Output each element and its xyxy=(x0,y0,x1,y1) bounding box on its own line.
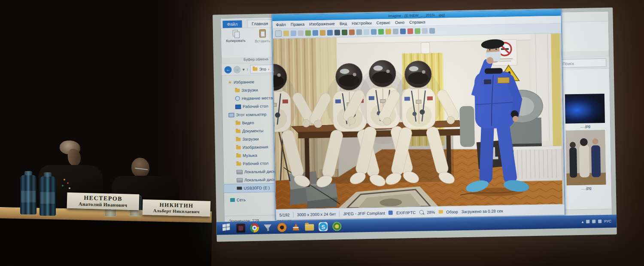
browse-icon xyxy=(438,210,443,214)
menu-image[interactable]: Изображение xyxy=(309,21,335,26)
tray-icon[interactable] xyxy=(592,220,595,223)
viewer-toolbar-icon[interactable] xyxy=(400,28,406,34)
photo-canvas[interactable] xyxy=(273,34,564,209)
orange-circle-app-icon[interactable] xyxy=(277,223,286,232)
tree-item-downloads[interactable]: Загрузки xyxy=(222,86,273,95)
back-button[interactable]: ← xyxy=(224,66,231,73)
viewer-toolbar-icon[interactable] xyxy=(415,28,420,34)
forward-button[interactable]: → xyxy=(233,66,240,73)
viewer-toolbar-icon[interactable] xyxy=(342,29,347,35)
folder-icon xyxy=(236,129,240,133)
tree-item-video[interactable]: Видео xyxy=(223,118,273,127)
menu-settings[interactable]: Настройки xyxy=(352,21,372,26)
copy-button[interactable]: Копировать xyxy=(224,30,248,58)
nameplate-nikitin: НИКИТИН Альберт Николаевич xyxy=(143,199,211,217)
image-viewer-window: Imagine - (E:\NEW_..._2015\....jpg) Файл… xyxy=(272,9,565,220)
tree-item-music[interactable]: Музыка xyxy=(223,151,274,160)
tray-icon[interactable] xyxy=(586,220,589,223)
viewer-toolbar-icon[interactable] xyxy=(356,29,362,35)
tray-expand-icon[interactable]: ▴ xyxy=(582,220,584,224)
viewer-toolbar-icon[interactable] xyxy=(327,30,333,35)
flower-app-icon[interactable] xyxy=(332,222,341,231)
file-name[interactable]: ….jpg xyxy=(567,186,606,192)
tree-item-documents[interactable]: Документы xyxy=(223,126,273,135)
file-thumbnail-photo[interactable] xyxy=(565,130,606,186)
funnel-app-icon[interactable] xyxy=(264,223,273,232)
tree-item-disk-c[interactable]: Локальный диск (C xyxy=(224,167,274,176)
medal xyxy=(69,187,70,189)
chrome-icon[interactable] xyxy=(250,223,259,232)
tree-item-favorites[interactable]: ★Избранное xyxy=(222,77,273,86)
tree-item-recent[interactable]: Недавние места xyxy=(222,94,273,103)
divider xyxy=(339,211,340,217)
menu-window[interactable]: Окно xyxy=(395,20,404,24)
image-index: 5/192 xyxy=(279,212,290,217)
disk-icon xyxy=(237,178,243,182)
disk-icon xyxy=(237,170,243,174)
paste-label: Вставить xyxy=(255,39,270,43)
paste-button[interactable]: Вставить xyxy=(250,29,275,57)
exif-label[interactable]: EXIF/IPTC xyxy=(396,210,416,215)
tree-item-usb-drive[interactable]: USB30FD (E:) xyxy=(224,183,274,193)
viewer-toolbar-icon[interactable] xyxy=(422,28,428,34)
start-button[interactable] xyxy=(222,223,231,232)
file-explorer-icon[interactable] xyxy=(305,224,314,230)
viewer-toolbar-icon[interactable] xyxy=(429,28,435,34)
folder-icon xyxy=(236,146,241,149)
viewer-toolbar-icon[interactable] xyxy=(313,30,318,36)
viewer-toolbar-icon[interactable] xyxy=(291,31,296,36)
folder-icon xyxy=(237,162,241,165)
tree-item-network[interactable]: Сеть xyxy=(224,195,275,204)
viewer-toolbar-icon[interactable] xyxy=(320,30,325,35)
viewer-toolbar-icon[interactable] xyxy=(378,29,384,34)
divider xyxy=(293,212,293,217)
tree-item-disk-d[interactable]: Локальный диск (D xyxy=(224,175,274,184)
tree-item-this-pc[interactable]: Этот компьютер xyxy=(222,110,273,119)
copy-icon xyxy=(232,30,239,37)
water-bottle xyxy=(20,175,36,214)
menu-view[interactable]: Вид xyxy=(340,21,347,26)
zoom-level[interactable]: 28% xyxy=(427,210,435,214)
tab-file[interactable]: Файл xyxy=(222,20,242,28)
vlc-cone-icon[interactable] xyxy=(291,222,300,231)
tree-item-downloads-2[interactable]: Загрузки xyxy=(223,135,273,144)
viewer-toolbar-icon[interactable] xyxy=(298,30,304,36)
up-button[interactable]: ↑ xyxy=(246,67,249,72)
thumbnail-column: ….jpg ….jpg xyxy=(565,94,606,192)
explorer-tree: ★Избранное Загрузки Недавние места Рабоч… xyxy=(222,75,275,216)
viewer-toolbar-icon[interactable] xyxy=(393,28,398,34)
star-icon: ★ xyxy=(228,80,232,84)
viewer-toolbar-icon[interactable] xyxy=(386,28,391,34)
viewer-toolbar-icon[interactable] xyxy=(407,28,413,34)
viewer-toolbar-icon[interactable] xyxy=(371,29,377,34)
viewer-toolbar-icon[interactable] xyxy=(283,31,289,36)
tab-home[interactable]: Главная xyxy=(247,19,273,28)
folder-icon xyxy=(236,121,240,125)
viewer-toolbar-icon[interactable] xyxy=(305,30,311,36)
viewer-toolbar-icon[interactable] xyxy=(349,29,355,35)
system-tray: ▴ РУС xyxy=(582,219,617,223)
breadcrumb[interactable]: Это xyxy=(259,67,266,71)
browse-label[interactable]: Обзор xyxy=(446,209,458,214)
viewer-toolbar-icon[interactable] xyxy=(364,29,369,34)
language-indicator[interactable]: РУС xyxy=(604,219,611,223)
tray-icon[interactable] xyxy=(598,220,601,223)
viewer-toolbar-icon[interactable] xyxy=(275,30,282,37)
tree-item-pictures[interactable]: Изображения xyxy=(223,143,274,152)
history-chevron-icon[interactable]: ▾ xyxy=(242,67,244,72)
menu-tools[interactable]: Сервис xyxy=(377,20,391,25)
menu-help[interactable]: Справка xyxy=(409,20,425,25)
file-thumbnail-dark[interactable] xyxy=(565,94,605,124)
file-name[interactable]: ….jpg xyxy=(565,124,605,130)
menu-file[interactable]: Файл xyxy=(276,22,286,27)
tree-item-desktop-2[interactable]: Рабочий стол xyxy=(223,159,274,168)
viewer-toolbar-icon[interactable] xyxy=(334,30,340,35)
tree-item-desktop[interactable]: Рабочий стол xyxy=(222,102,273,111)
dark-app-icon[interactable] xyxy=(236,223,245,232)
nameplate-nesterov: НЕСТЕРОВ Анатолий Иванович xyxy=(67,193,140,210)
menu-edit[interactable]: Правка xyxy=(291,22,304,27)
load-time: Загружено за 0.28 сек xyxy=(462,208,503,214)
skype-icon[interactable] xyxy=(319,222,328,231)
search-input[interactable]: Поиск xyxy=(560,58,606,68)
breadcrumb-arrow-icon: › xyxy=(268,67,270,71)
